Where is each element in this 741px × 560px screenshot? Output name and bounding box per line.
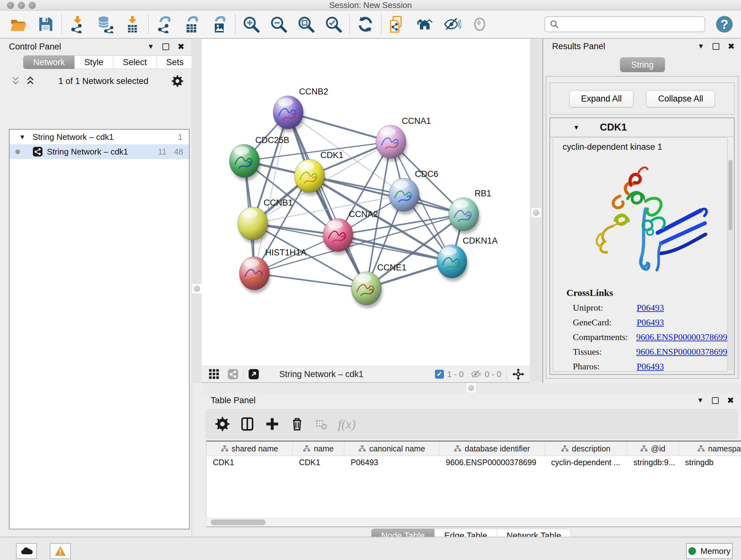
column-header--id[interactable]: @id bbox=[627, 442, 679, 455]
column-header-database-identifier[interactable]: database identifier bbox=[440, 442, 545, 455]
left-splitter-handle[interactable] bbox=[192, 284, 202, 294]
panel-close-icon[interactable]: ✖ bbox=[178, 42, 185, 52]
panel-menu-icon[interactable]: ▼ bbox=[697, 396, 704, 405]
gear-icon[interactable] bbox=[172, 75, 183, 87]
collapse-all-button[interactable]: Collapse All bbox=[646, 90, 715, 107]
crosslink-link[interactable]: P06493 bbox=[636, 361, 664, 372]
columns-icon[interactable] bbox=[240, 417, 254, 431]
crosslink-link[interactable]: P06493 bbox=[636, 317, 664, 327]
refresh-icon bbox=[356, 15, 374, 33]
network-node-hist1h1a[interactable]: HIST1H1A bbox=[239, 248, 307, 293]
panel-float-icon[interactable] bbox=[712, 397, 719, 404]
network-node-ccna1[interactable]: CCNA1 bbox=[376, 116, 431, 162]
tab-select[interactable]: Select bbox=[113, 56, 157, 69]
collapse-all-icon[interactable] bbox=[11, 76, 20, 86]
left-splitter[interactable] bbox=[192, 39, 202, 383]
column-header-shared-name[interactable]: shared name bbox=[206, 442, 293, 455]
right-splitter[interactable] bbox=[530, 39, 542, 383]
export-image-button[interactable] bbox=[205, 13, 233, 36]
horizontal-splitter[interactable] bbox=[202, 382, 741, 393]
network-node-rb1[interactable]: RB1 bbox=[449, 189, 491, 234]
node-result-section: ▼ CDK1 cyclin-dependent kinase 1 bbox=[549, 118, 735, 375]
network-node-ccna2[interactable]: CCNA2 bbox=[323, 209, 378, 255]
home-networks-button[interactable] bbox=[411, 13, 439, 36]
tree-expander-icon[interactable]: ▼ bbox=[19, 133, 25, 141]
expand-all-icon[interactable] bbox=[25, 76, 35, 86]
gear-icon[interactable] bbox=[215, 417, 229, 431]
network-node-cdk1[interactable]: CDK1 bbox=[294, 150, 343, 196]
crosslink-link[interactable]: 9606.ENSP00000378699 bbox=[636, 332, 727, 342]
search-field[interactable] bbox=[544, 16, 705, 32]
panel-float-icon[interactable] bbox=[713, 43, 719, 50]
column-header-description[interactable]: description bbox=[545, 442, 627, 455]
open-session-button[interactable] bbox=[4, 13, 32, 36]
export-network-button[interactable] bbox=[151, 13, 178, 36]
birdseye-view-icon[interactable] bbox=[228, 369, 238, 379]
show-view-button[interactable] bbox=[466, 13, 493, 36]
node-result-header[interactable]: ▼ CDK1 bbox=[550, 118, 734, 137]
panel-close-icon[interactable]: ✖ bbox=[728, 42, 735, 51]
import-network-button[interactable] bbox=[64, 13, 91, 36]
save-floppy-icon bbox=[37, 15, 55, 33]
string-protein-query-button[interactable] bbox=[384, 13, 411, 36]
column-label: description bbox=[572, 444, 610, 453]
hide-unhide-button[interactable] bbox=[439, 13, 466, 36]
zoom-selected-button[interactable] bbox=[320, 13, 347, 36]
move-crosshair-icon[interactable] bbox=[512, 368, 525, 381]
network-edge[interactable] bbox=[338, 235, 452, 261]
horizontal-splitter-handle[interactable] bbox=[466, 383, 476, 393]
network-canvas[interactable]: CCNB2CCNA1CDC25BCDK1CDC6RB1CCNB1CCNA2CDK… bbox=[202, 39, 530, 366]
network-edge[interactable] bbox=[288, 112, 366, 288]
gene-description: cyclin-dependent kinase 1 bbox=[562, 142, 727, 152]
title-bar: Session: New Session bbox=[0, 0, 741, 10]
toolbar-separator bbox=[61, 14, 62, 34]
panel-float-icon[interactable] bbox=[162, 44, 169, 50]
table-row[interactable]: CDK1CDK1P064939606.ENSP00000378699cyclin… bbox=[206, 456, 741, 469]
crosslink-link[interactable]: 9606.ENSP00000378699 bbox=[636, 347, 727, 357]
scrollbar-thumb[interactable] bbox=[211, 519, 266, 525]
network-row[interactable]: String Network – cdk1 11 48 bbox=[10, 144, 189, 159]
import-table-icon bbox=[124, 15, 141, 33]
column-header-name[interactable]: name bbox=[293, 442, 344, 455]
column-header-namespace[interactable]: namespace bbox=[679, 442, 741, 455]
network-node-ccnb2[interactable]: CCNB2 bbox=[273, 87, 328, 132]
zoom-in-button[interactable] bbox=[238, 13, 265, 36]
panel-menu-icon[interactable]: ▼ bbox=[697, 42, 704, 51]
detach-view-icon[interactable] bbox=[249, 369, 259, 379]
expand-all-button[interactable]: Expand All bbox=[569, 90, 634, 107]
cloud-status-button[interactable] bbox=[16, 543, 37, 559]
network-node-cdc6[interactable]: CDC6 bbox=[389, 169, 439, 214]
panel-close-icon[interactable]: ✖ bbox=[727, 395, 734, 406]
zoom-out-button[interactable] bbox=[265, 13, 292, 36]
add-column-icon[interactable] bbox=[265, 417, 279, 431]
table-horizontal-scrollbar[interactable] bbox=[206, 518, 741, 527]
network-collection-row[interactable]: ▼ String Network – cdk1 1 bbox=[10, 130, 189, 144]
selected-checkbox-icon[interactable]: ✔ bbox=[435, 370, 444, 379]
help-button[interactable]: ? bbox=[716, 16, 733, 33]
tab-string[interactable]: String bbox=[620, 57, 665, 72]
network-node-cdc25b[interactable]: CDC25B bbox=[229, 135, 289, 181]
zoom-fit-button[interactable] bbox=[292, 13, 320, 36]
export-table-button[interactable] bbox=[178, 13, 205, 36]
import-table-button[interactable] bbox=[119, 13, 146, 36]
column-header-canonical-name[interactable]: canonical name bbox=[344, 442, 440, 455]
search-input[interactable] bbox=[559, 17, 704, 31]
network-edge[interactable] bbox=[254, 273, 366, 288]
tab-style[interactable]: Style bbox=[74, 56, 113, 69]
results-scrollbar[interactable] bbox=[728, 160, 733, 370]
crosslink-link[interactable]: P06493 bbox=[636, 303, 664, 313]
network-node-cdkn1a[interactable]: CDKN1A bbox=[437, 236, 498, 281]
delete-column-icon[interactable] bbox=[290, 417, 304, 431]
grid-view-icon[interactable] bbox=[209, 369, 219, 380]
warning-status-button[interactable] bbox=[50, 543, 71, 559]
save-session-button[interactable] bbox=[32, 13, 59, 36]
import-database-button[interactable] bbox=[91, 13, 119, 36]
section-expander-icon[interactable]: ▼ bbox=[573, 124, 580, 131]
right-splitter-handle[interactable] bbox=[531, 207, 541, 218]
network-node-ccne1[interactable]: CCNE1 bbox=[351, 263, 407, 308]
refresh-view-button[interactable] bbox=[352, 13, 379, 36]
tab-sets[interactable]: Sets bbox=[156, 56, 193, 69]
tab-network[interactable]: Network bbox=[23, 56, 75, 69]
panel-menu-icon[interactable]: ▼ bbox=[147, 43, 154, 51]
memory-button[interactable]: Memory bbox=[686, 543, 733, 559]
